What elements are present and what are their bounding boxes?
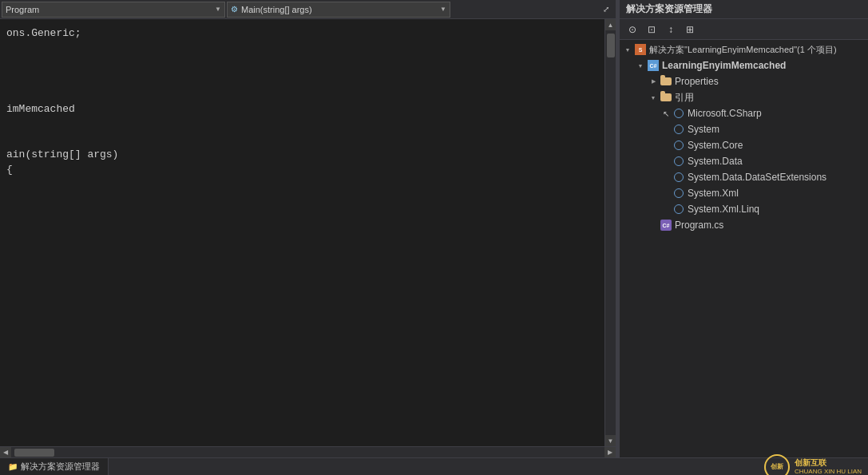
se-tab-icon: 📁 — [8, 462, 18, 471]
se-header: 解决方案资源管理器 — [620, 0, 868, 19]
tree-item-ms-csharp[interactable]: ↖ Microsoft.CSharp — [620, 105, 868, 121]
program-cs-label: Program.cs — [675, 220, 723, 231]
code-line-1: ons.Generic; — [0, 26, 604, 41]
scroll-thumb[interactable] — [607, 34, 615, 57]
code-line-2 — [0, 41, 604, 56]
project-expand-icon: ▼ — [634, 63, 647, 69]
method-icon: ⚙ — [231, 5, 238, 14]
properties-icon — [660, 75, 672, 88]
watermark-logo-circle: 创新 — [764, 454, 790, 476]
expand-editor-btn[interactable]: ⤢ — [598, 2, 614, 18]
method-chevron: ▼ — [440, 6, 446, 13]
se-btn-2[interactable]: ⊡ — [644, 22, 660, 37]
tree-item-properties[interactable]: ▶ Properties — [620, 73, 868, 89]
editor-toolbar: Program ▼ ⚙ Main(string[] args) ▼ ⤢ — [0, 0, 616, 19]
ms-csharp-cursor: ↖ — [660, 109, 672, 118]
scroll-up-btn[interactable]: ▲ — [605, 19, 616, 30]
code-line-namespace: imMemcached — [0, 101, 604, 117]
editor-h-scrollbar[interactable]: ◀ ▶ — [0, 446, 616, 457]
system-label: System — [688, 124, 719, 135]
tree-item-system-data-ext[interactable]: System.Data.DataSetExtensions — [620, 169, 868, 185]
namespace-chevron: ▼ — [215, 6, 221, 13]
system-xml-linq-ref-icon — [672, 203, 685, 216]
references-expand-icon: ▼ — [647, 95, 660, 101]
se-btn-4[interactable]: ⊞ — [682, 22, 698, 37]
bottom-tab-solution-explorer[interactable]: 📁 解决方案资源管理器 — [0, 458, 109, 476]
namespace-value: Program — [6, 5, 39, 14]
editor-vertical-scrollbar[interactable]: ▲ ▼ — [604, 19, 616, 446]
watermark-text-block: 创新互联 CHUANG XIN HU LIAN — [795, 457, 862, 475]
se-btn-3[interactable]: ↕ — [663, 22, 679, 37]
code-line-main: ain(string[] args) — [0, 147, 604, 162]
system-data-ref-icon — [672, 155, 685, 168]
code-line-5 — [0, 86, 604, 101]
tree-item-project[interactable]: ▼ C# LearningEnyimMemcached — [620, 57, 868, 73]
tree-item-system[interactable]: System — [620, 121, 868, 137]
code-line-4 — [0, 71, 604, 86]
system-xml-linq-label: System.Xml.Linq — [688, 204, 759, 215]
system-core-ref-icon — [672, 139, 685, 152]
references-label: 引用 — [675, 91, 694, 105]
ms-csharp-ref-icon — [672, 107, 685, 120]
references-icon — [660, 91, 672, 104]
properties-label: Properties — [675, 76, 719, 87]
solution-explorer-panel: 解决方案资源管理器 ⊙ ⊡ ↕ ⊞ ▼ S 解决方案"LearningEnyim… — [619, 0, 868, 457]
code-line-3 — [0, 56, 604, 71]
namespace-dropdown[interactable]: Program ▼ — [2, 2, 225, 18]
h-scroll-thumb[interactable] — [14, 449, 54, 457]
content-area: Program ▼ ⚙ Main(string[] args) ▼ ⤢ ons.… — [0, 0, 868, 457]
method-value: Main(string[] args) — [241, 5, 312, 14]
se-title: 解决方案资源管理器 — [626, 2, 712, 16]
properties-expand-icon: ▶ — [647, 78, 660, 85]
tree-item-program-cs[interactable]: C# Program.cs — [620, 217, 868, 233]
code-line-6 — [0, 117, 604, 132]
system-data-ext-ref-icon — [672, 171, 685, 184]
bottom-panel: 📁 解决方案资源管理器 创新 创新互联 CHUANG XIN HU LIAN — [0, 457, 868, 475]
system-data-ext-label: System.Data.DataSetExtensions — [688, 172, 826, 183]
main-container: Program ▼ ⚙ Main(string[] args) ▼ ⤢ ons.… — [0, 0, 868, 475]
editor-code-area[interactable]: ons.Generic; imMemcached ain(string[] ar… — [0, 19, 604, 446]
se-tab-label: 解决方案资源管理器 — [21, 461, 100, 473]
se-toolbar: ⊙ ⊡ ↕ ⊞ — [620, 19, 868, 40]
watermark-area: 创新 创新互联 CHUANG XIN HU LIAN — [764, 454, 868, 476]
editor-content: ons.Generic; imMemcached ain(string[] ar… — [0, 19, 616, 446]
watermark-chinese: 创新互联 — [795, 457, 862, 468]
solution-icon: S — [634, 43, 647, 56]
system-core-label: System.Core — [688, 140, 743, 151]
code-line-brace: { — [0, 162, 604, 177]
tree-item-references[interactable]: ▼ 引用 — [620, 89, 868, 105]
tree-item-system-xml-linq[interactable]: System.Xml.Linq — [620, 201, 868, 217]
scroll-down-btn[interactable]: ▼ — [605, 435, 616, 446]
method-dropdown[interactable]: ⚙ Main(string[] args) ▼ — [227, 2, 450, 18]
system-data-label: System.Data — [688, 156, 743, 167]
editor-panel: Program ▼ ⚙ Main(string[] args) ▼ ⤢ ons.… — [0, 0, 616, 457]
system-xml-label: System.Xml — [688, 188, 739, 199]
watermark-logo-inner: 创新 — [771, 462, 783, 471]
ms-csharp-label: Microsoft.CSharp — [688, 108, 762, 119]
watermark-pinyin: CHUANG XIN HU LIAN — [795, 468, 862, 475]
solution-expand-icon: ▼ — [621, 47, 634, 53]
system-ref-icon — [672, 123, 685, 136]
h-scroll-left[interactable]: ◀ — [0, 447, 11, 458]
tree-item-system-xml[interactable]: System.Xml — [620, 185, 868, 201]
h-scroll-right[interactable]: ▶ — [604, 447, 616, 458]
tree-item-solution[interactable]: ▼ S 解决方案"LearningEnyimMemcached"(1 个项目) — [620, 42, 868, 57]
tree-item-system-data[interactable]: System.Data — [620, 153, 868, 169]
se-tree: ▼ S 解决方案"LearningEnyimMemcached"(1 个项目) … — [620, 40, 868, 457]
solution-label: 解决方案"LearningEnyimMemcached"(1 个项目) — [649, 44, 837, 56]
code-line-7 — [0, 132, 604, 147]
project-icon: C# — [647, 59, 660, 72]
system-xml-ref-icon — [672, 187, 685, 200]
tree-item-system-core[interactable]: System.Core — [620, 137, 868, 153]
program-cs-icon: C# — [660, 219, 672, 232]
se-btn-1[interactable]: ⊙ — [624, 22, 640, 37]
project-label: LearningEnyimMemcached — [662, 60, 786, 71]
